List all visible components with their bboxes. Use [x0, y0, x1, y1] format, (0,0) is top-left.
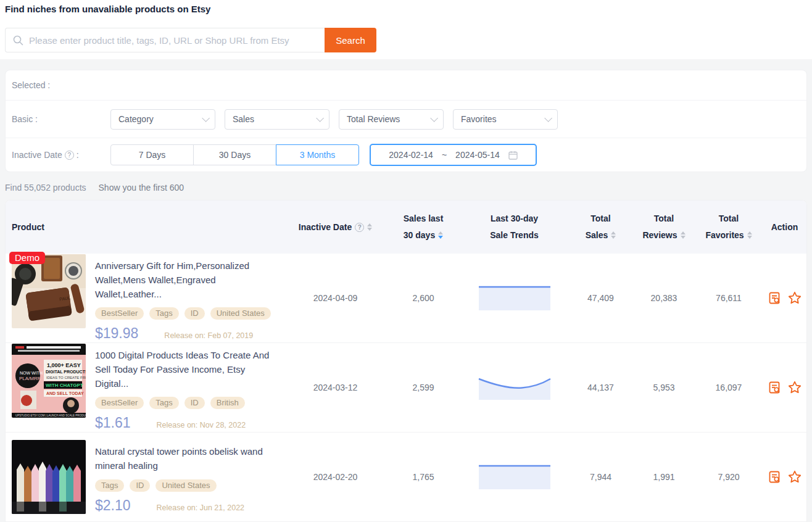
product-release-date: Release on: Feb 07, 2019: [164, 331, 253, 340]
total-reviews-value: 20,383: [633, 293, 695, 303]
badge-id[interactable]: ID: [130, 479, 150, 492]
product-title[interactable]: Anniversary Gift for Him,Personalized Wa…: [95, 259, 280, 302]
inactive-date-presets: 7 Days 30 Days 3 Months: [110, 144, 359, 165]
total-sales-value: 44,137: [568, 383, 633, 392]
chevron-down-icon: [316, 114, 324, 122]
column-header-total-reviews[interactable]: Total Reviews: [633, 210, 695, 243]
product-release-date: Release on: Jun 21, 2022: [157, 503, 244, 512]
inactive-date-colon: :: [77, 150, 79, 160]
svg-text:IDEAS TO CREATE FREE: IDEAS TO CREATE FREE: [46, 376, 86, 379]
badge-bestseller[interactable]: BestSeller: [95, 307, 144, 320]
preset-3-months-button[interactable]: 3 Months: [276, 144, 359, 165]
search-input[interactable]: [29, 35, 317, 46]
sort-icon-active[interactable]: [438, 231, 443, 239]
chevron-down-icon: [430, 114, 438, 122]
favorite-star-icon[interactable]: [787, 291, 802, 305]
sales-dropdown-value: Sales: [233, 114, 254, 124]
help-icon[interactable]: ?: [355, 223, 364, 232]
product-title[interactable]: 1000 Digital Products Ideas To Create An…: [95, 348, 280, 391]
total-favorites-value: 7,920: [695, 472, 763, 482]
sales-dropdown[interactable]: Sales: [225, 109, 329, 130]
favorites-dropdown[interactable]: Favorites: [453, 109, 558, 130]
total-reviews-dropdown-value: Total Reviews: [347, 114, 400, 124]
total-reviews-dropdown[interactable]: Total Reviews: [339, 109, 444, 130]
inactive-date-value: 2024-03-12: [284, 383, 386, 392]
content-zone: Selected : Basic : Category Sales Total …: [0, 59, 812, 522]
demo-badge: Demo: [9, 252, 45, 264]
results-shown-note: Show you the first 600: [99, 183, 184, 193]
date-range-end: 2024-05-14: [455, 150, 500, 160]
table-row: NOW WITH PLA/MRR 1,000+ EASY DIGITAL PRO…: [6, 343, 806, 433]
trends-header-line1: Last 30-day: [460, 210, 568, 227]
product-report-icon[interactable]: [768, 291, 781, 305]
selected-label: Selected :: [12, 80, 110, 90]
badge-bestseller[interactable]: BestSeller: [95, 397, 144, 409]
column-header-total-sales[interactable]: Total Sales: [568, 210, 633, 243]
search-bar: Search: [5, 28, 376, 52]
product-report-icon[interactable]: [768, 381, 781, 394]
total-sales-value: 7,944: [568, 472, 633, 482]
product-title[interactable]: Natural crystal tower points obelisk wan…: [95, 444, 280, 473]
crystal-towers-product-image: [12, 440, 86, 514]
product-price: $19.98: [95, 325, 138, 342]
search-button[interactable]: Search: [325, 28, 376, 52]
favorite-star-icon[interactable]: [787, 470, 802, 484]
badge-country[interactable]: British: [210, 397, 245, 409]
date-range-separator: ~: [442, 150, 447, 160]
favorite-star-icon[interactable]: [787, 380, 802, 395]
column-header-product[interactable]: Product: [6, 219, 284, 236]
sort-icon[interactable]: [747, 231, 752, 239]
table-header-row: Product Inactive Date ? Sales last 30 da…: [6, 201, 806, 254]
sales-30d-header-line1: Sales last: [386, 210, 460, 227]
product-image[interactable]: NOW WITH PLA/MRR 1,000+ EASY DIGITAL PRO…: [12, 344, 86, 418]
date-range-picker[interactable]: 2024-02-14 ~ 2024-05-14: [370, 144, 537, 166]
search-input-wrapper[interactable]: [5, 28, 325, 52]
sales-30d-value: 2,599: [386, 383, 460, 392]
badge-tags[interactable]: Tags: [95, 479, 124, 492]
category-dropdown[interactable]: Category: [110, 109, 215, 130]
product-release-date: Release on: Nov 28, 2022: [157, 421, 246, 429]
chevron-down-icon: [202, 114, 210, 122]
table-row: Natural crystal tower points obelisk wan…: [6, 433, 806, 522]
table-row: Demo: [6, 254, 806, 343]
sort-icon[interactable]: [681, 231, 686, 239]
total-favorites-header-line2: Favorites: [705, 227, 744, 244]
sort-icon[interactable]: [611, 231, 616, 239]
column-header-inactive-date[interactable]: Inactive Date ?: [284, 219, 386, 236]
badge-id[interactable]: ID: [184, 397, 205, 409]
search-icon: [13, 35, 23, 46]
inactive-date-header-label: Inactive Date: [299, 219, 352, 236]
sale-trend-sparkline: [460, 375, 568, 400]
calendar-icon: [508, 151, 518, 160]
svg-text:UPSTUDIO.ETSY.COM | LAUNCH AND: UPSTUDIO.ETSY.COM | LAUNCH AND SCALE PRO…: [15, 414, 86, 417]
preset-30-days-button[interactable]: 30 Days: [193, 144, 276, 165]
badge-country[interactable]: United States: [210, 307, 271, 320]
total-sales-value: 47,409: [568, 293, 633, 303]
preset-7-days-button[interactable]: 7 Days: [110, 144, 194, 165]
inactive-date-value: 2024-02-20: [284, 472, 386, 482]
sales-30d-header-line2: 30 days: [404, 227, 435, 244]
column-header-sale-trends: Last 30-day Sale Trends: [460, 210, 568, 243]
product-image[interactable]: Demo: [12, 254, 86, 328]
filter-panel: Selected : Basic : Category Sales Total …: [5, 70, 807, 172]
category-dropdown-value: Category: [118, 114, 154, 124]
total-sales-header-line2: Sales: [586, 227, 608, 244]
page-title: Find niches from unavaliable products on…: [5, 2, 807, 14]
total-favorites-value: 16,097: [695, 383, 763, 392]
column-header-sales-30d[interactable]: Sales last 30 days: [386, 210, 460, 243]
badge-id[interactable]: ID: [184, 307, 205, 320]
svg-text:DIGITAL PRODUCTS: DIGITAL PRODUCTS: [46, 370, 86, 374]
badge-tags[interactable]: Tags: [149, 307, 178, 320]
favorites-dropdown-value: Favorites: [461, 114, 497, 124]
badge-tags[interactable]: Tags: [149, 397, 178, 409]
total-favorites-value: 76,611: [695, 293, 763, 303]
badge-country[interactable]: United States: [155, 479, 216, 492]
total-favorites-header-line1: Total: [695, 210, 763, 227]
product-image[interactable]: [12, 440, 86, 514]
sale-trend-sparkline: [460, 464, 568, 490]
total-reviews-value: 1,991: [633, 472, 695, 482]
sort-icon[interactable]: [367, 223, 372, 231]
help-icon[interactable]: ?: [65, 151, 74, 160]
product-report-icon[interactable]: [768, 470, 781, 484]
column-header-total-favorites[interactable]: Total Favorites: [695, 210, 763, 243]
